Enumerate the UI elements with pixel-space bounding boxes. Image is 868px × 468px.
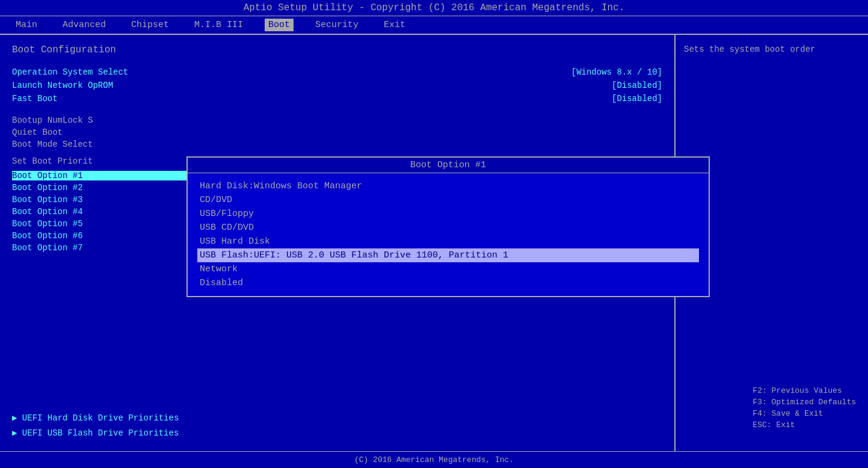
nav-main[interactable]: Main bbox=[12, 19, 41, 31]
os-select-row: Operation System Select [Windows 8.x / 1… bbox=[12, 67, 662, 77]
launch-network-value[interactable]: [Disabled] bbox=[612, 81, 662, 90]
title-bar: Aptio Setup Utility - Copyright (C) 2016… bbox=[0, 0, 868, 16]
fast-boot-value[interactable]: [Disabled] bbox=[612, 94, 662, 103]
nav-security[interactable]: Security bbox=[312, 19, 362, 31]
help-text: Sets the system boot order bbox=[684, 45, 860, 54]
os-select-label: Operation System Select bbox=[12, 67, 128, 77]
uefi-usb-priorities[interactable]: UEFI USB Flash Drive Priorities bbox=[12, 428, 179, 438]
quiet-boot-row: Quiet Boot bbox=[12, 128, 662, 137]
boot-mode-row: Boot Mode Select bbox=[12, 140, 662, 149]
key-f2: F2: Previous Values bbox=[753, 386, 856, 395]
popup-item-1[interactable]: CD/DVD bbox=[197, 193, 699, 207]
launch-network-label: Launch Network OpROM bbox=[12, 81, 113, 90]
nav-chipset[interactable]: Chipset bbox=[128, 19, 173, 31]
uefi-hdd-priorities[interactable]: UEFI Hard Disk Drive Priorities bbox=[12, 413, 179, 423]
popup-title: Boot Option #1 bbox=[188, 158, 709, 173]
boot-mode-label: Boot Mode Select bbox=[12, 140, 93, 149]
key-esc: ESC: Exit bbox=[753, 420, 856, 430]
popup-item-0[interactable]: Hard Disk:Windows Boot Manager bbox=[197, 179, 699, 193]
popup-body: Hard Disk:Windows Boot Manager CD/DVD US… bbox=[188, 173, 709, 296]
quiet-boot-label: Quiet Boot bbox=[12, 128, 63, 137]
popup-item-6[interactable]: Network bbox=[197, 262, 699, 276]
key-f3: F3: Optimized Defaults bbox=[753, 398, 856, 407]
nav-mib[interactable]: M.I.B III bbox=[191, 19, 247, 31]
boot-option-popup: Boot Option #1 Hard Disk:Windows Boot Ma… bbox=[186, 156, 710, 297]
section-title: Boot Configuration bbox=[12, 45, 662, 55]
bottom-bar: (C) 2016 American Megatrends, Inc. bbox=[0, 451, 868, 468]
fast-boot-row: Fast Boot [Disabled] bbox=[12, 94, 662, 103]
bottom-options: UEFI Hard Disk Drive Priorities UEFI USB… bbox=[12, 413, 179, 443]
launch-network-row: Launch Network OpROM [Disabled] bbox=[12, 81, 662, 90]
popup-item-5[interactable]: USB Flash:UEFI: USB 2.0 USB Flash Drive … bbox=[197, 248, 699, 262]
nav-advanced[interactable]: Advanced bbox=[59, 19, 109, 31]
title-text: Aptio Setup Utility - Copyright (C) 2016… bbox=[244, 2, 625, 13]
bottom-bar-text: (C) 2016 American Megatrends, Inc. bbox=[354, 455, 514, 464]
fast-boot-label: Fast Boot bbox=[12, 94, 58, 103]
nav-bar: Main Advanced Chipset M.I.B III Boot Sec… bbox=[0, 16, 868, 35]
popup-item-4[interactable]: USB Hard Disk bbox=[197, 235, 699, 248]
nav-boot[interactable]: Boot bbox=[265, 19, 294, 31]
nav-exit[interactable]: Exit bbox=[380, 19, 409, 31]
bootup-numlock-row: Bootup NumLock S bbox=[12, 115, 662, 125]
key-help: F2: Previous Values F3: Optimized Defaul… bbox=[753, 386, 856, 432]
popup-item-3[interactable]: USB CD/DVD bbox=[197, 221, 699, 235]
popup-item-2[interactable]: USB/Floppy bbox=[197, 207, 699, 221]
popup-item-7[interactable]: Disabled bbox=[197, 276, 699, 290]
key-f4: F4: Save & Exit bbox=[753, 409, 856, 418]
os-select-value[interactable]: [Windows 8.x / 10] bbox=[571, 67, 662, 77]
bootup-numlock-label: Bootup NumLock S bbox=[12, 115, 93, 125]
